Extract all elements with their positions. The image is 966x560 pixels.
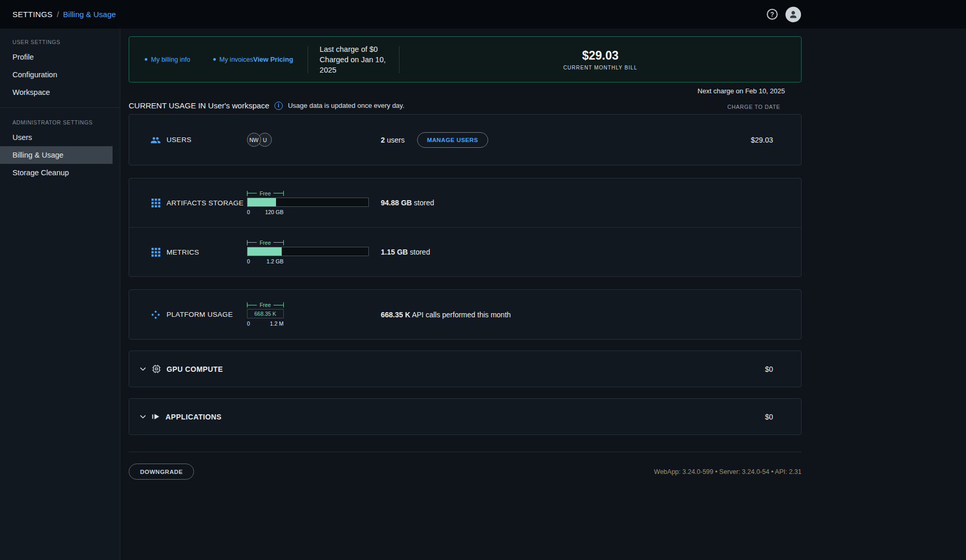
artifacts-bar-scale: 0 120 GB [247,209,284,215]
breadcrumb: SETTINGS / Billing & Usage [12,10,116,19]
scale-free-limit: 1.2 GB [267,258,284,264]
last-charge-line1: Last charge of $0 [320,44,399,54]
my-billing-info-link[interactable]: My billing info [145,56,190,63]
users-row-head: USERS [150,136,247,144]
free-tier-bracket: Free [247,191,284,196]
billing-summary-card: My billing info My invoices View Pricing… [129,36,802,82]
platform-usage-card: PLATFORM USAGE Free 668.35 K 0 1.2 M 668… [129,289,802,340]
sidebar-item-configuration[interactable]: Configuration [0,66,113,83]
avatar: NW [247,133,261,147]
sidebar-divider [0,107,120,108]
current-bill-label: CURRENT MONTHLY BILL [399,65,801,71]
free-tier-bracket: Free [247,240,284,245]
sidebar-item-users[interactable]: Users [0,129,113,146]
users-usage-card: USERS NW U 2 users MANAGE USERS $29.03 [129,114,802,165]
sidebar-item-workspace[interactable]: Workspace [0,83,113,101]
scale-min: 0 [247,320,250,327]
storage-usage-card: ARTIFACTS STORAGE Free 0 120 GB 94.8 [129,178,802,277]
scale-min: 0 [247,209,250,215]
my-billing-info-label: My billing info [151,56,190,63]
applications-row[interactable]: APPLICATIONS $0 [129,399,801,435]
sidebar-item-profile[interactable]: Profile [0,48,113,66]
info-icon: i [274,102,283,110]
next-charge-note: Next charge on Feb 10, 2025 [129,87,802,95]
scale-free-limit: 120 GB [265,209,284,215]
sidebar-item-storage-cleanup[interactable]: Storage Cleanup [0,164,113,181]
artifacts-value: 94.88 GB stored [381,199,434,207]
platform-bar-slot: Free 668.35 K 0 1.2 M [247,302,369,327]
last-charge-line2: Charged on Jan 10, 2025 [320,54,399,75]
free-tier-bracket: Free [247,302,284,307]
version-info: WebApp: 3.24.0-599 • Server: 3.24.0-54 •… [654,468,802,475]
settings-sidebar: USER SETTINGS Profile Configuration Work… [0,29,120,560]
gpu-compute-label: GPU COMPUTE [167,365,223,373]
applications-icon [151,412,160,421]
top-bar: SETTINGS / Billing & Usage ? [0,0,966,29]
free-label: Free [257,240,273,245]
artifacts-amount: 94.88 GB [381,199,412,207]
artifacts-usage-bar: Free 0 120 GB [247,191,369,215]
users-count-suffix: users [385,136,405,144]
scale-free-limit: 1.2 M [270,320,283,327]
usage-note: Usage data is updated once every day. [288,102,405,109]
users-row-label: USERS [167,136,191,144]
users-avatars-slot: NW U [247,133,369,147]
billing-usage-content: My billing info My invoices View Pricing… [129,36,802,480]
main-area: My billing info My invoices View Pricing… [121,29,966,560]
users-count-group: 2 users MANAGE USERS [381,132,488,148]
gpu-chip-icon [151,364,161,374]
dot-bullet-icon [213,58,216,61]
metrics-row: METRICS Free 0 1.2 GB 1.15 GB stored [129,228,801,276]
top-bar-icons: ? [767,7,801,22]
platform-suffix: API calls performed this month [410,311,511,319]
breadcrumb-settings[interactable]: SETTINGS [12,10,52,19]
platform-usage-value-box: 668.35 K [247,309,284,318]
sidebar-section-administrator-settings: ADMINISTRATOR SETTINGS [12,119,120,125]
artifacts-suffix: stored [412,199,434,207]
applications-charge: $0 [765,413,773,421]
users-charge: $29.03 [751,136,773,144]
metrics-usage-bar: Free 0 1.2 GB [247,240,369,264]
platform-row-head: PLATFORM USAGE [150,310,247,319]
dot-bullet-icon [145,58,147,61]
breadcrumb-current-page: Billing & Usage [63,10,116,19]
platform-bar-scale: 0 1.2 M [247,320,284,327]
platform-usage-row: PLATFORM USAGE Free 668.35 K 0 1.2 M 668… [129,290,801,339]
cluster-icon [150,310,161,319]
my-invoices-link[interactable]: My invoices [213,56,253,63]
help-icon[interactable]: ? [767,9,778,20]
metrics-progress-bar [247,247,369,256]
applications-label: APPLICATIONS [165,413,222,421]
metrics-row-head: METRICS [150,248,247,257]
users-group-icon [150,136,161,144]
gpu-compute-card: GPU COMPUTE $0 [129,351,802,387]
artifacts-storage-row: ARTIFACTS STORAGE Free 0 120 GB 94.8 [129,178,801,227]
metrics-bar-scale: 0 1.2 GB [247,258,284,264]
gpu-compute-row[interactable]: GPU COMPUTE $0 [129,351,801,387]
downgrade-button[interactable]: DOWNGRADE [129,464,194,480]
metrics-row-label: METRICS [167,248,199,256]
platform-row-label: PLATFORM USAGE [167,311,233,318]
chevron-down-icon[interactable] [139,413,147,421]
free-label: Free [257,302,273,307]
users-row: USERS NW U 2 users MANAGE USERS $29.03 [129,115,801,165]
view-pricing-link[interactable]: View Pricing [253,55,293,63]
usage-header: CURRENT USAGE IN User's workspace i Usag… [129,101,802,110]
user-avatar-icon[interactable] [785,7,801,22]
my-invoices-label: My invoices [219,56,253,63]
platform-usage-bar: Free 668.35 K 0 1.2 M [247,302,369,327]
artifacts-row-label: ARTIFACTS STORAGE [167,199,244,207]
sidebar-item-billing-usage[interactable]: Billing & Usage [0,146,113,164]
artifacts-row-head: ARTIFACTS STORAGE [150,199,247,207]
free-label: Free [257,191,273,196]
chevron-down-icon[interactable] [139,365,147,373]
platform-amount: 668.35 K [381,311,410,319]
manage-users-button[interactable]: MANAGE USERS [417,132,488,148]
grid-storage-icon [150,199,161,207]
last-charge-info: Last charge of $0 Charged on Jan 10, 202… [320,44,399,75]
artifacts-progress-fill [247,198,276,206]
scale-min: 0 [247,258,250,264]
sidebar-section-user-settings: USER SETTINGS [12,39,120,45]
metrics-progress-fill [247,247,282,256]
footer-divider [129,452,802,452]
